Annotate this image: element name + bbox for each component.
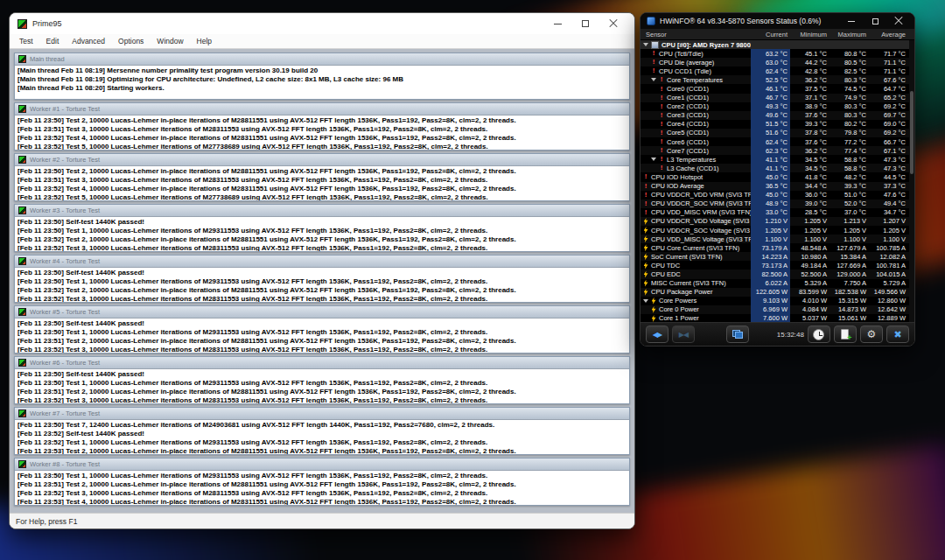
collapse-columns-button[interactable]: ▶◀ xyxy=(672,326,695,343)
power-icon xyxy=(643,235,648,242)
sensor-row[interactable]: Core Powers 9.103 W 4.010 W 15.315 W 12.… xyxy=(640,297,914,305)
worker-window-titlebar[interactable]: Worker #1 - Torture Test xyxy=(15,103,629,115)
worker-window-titlebar[interactable]: Worker #4 - Torture Test xyxy=(15,256,629,267)
sensor-row[interactable]: Core5 (CCD1) 51.6 °C 37.8 °C 79.8 °C 69.… xyxy=(640,129,914,137)
menu-item[interactable]: Options xyxy=(118,37,144,46)
worker-log: [Feb 11 23:50] Self-test 1440K passed![F… xyxy=(15,267,629,302)
sensor-row[interactable]: L3 Cache (CCD1) 41.1 °C 34.5 °C 58.8 °C … xyxy=(640,164,914,172)
expand-chevron-icon[interactable] xyxy=(643,43,648,46)
average-value: 12.082 A xyxy=(869,252,908,261)
sensor-row[interactable]: Core0 (CCD1) 46.1 °C 37.5 °C 74.5 °C 64.… xyxy=(640,84,914,93)
worker-window-titlebar[interactable]: Worker #6 - Torture Test xyxy=(15,357,629,368)
sensor-row[interactable]: CPU [#0]: AMD Ryzen 7 9800X3D: Enhanced xyxy=(640,40,914,49)
maximum-value: 58.8 °C xyxy=(830,164,869,172)
sensor-row[interactable]: Core 1 Power 7.600 W 5.037 W 15.061 W 12… xyxy=(640,314,914,322)
sensor-row[interactable]: Core7 (CCD1) 62.3 °C 36.2 °C 77.4 °C 67.… xyxy=(640,146,914,155)
menu-item[interactable]: Window xyxy=(157,37,183,46)
sensor-row[interactable]: CPU EDC 82.500 A 52.500 A 129.000 A 104.… xyxy=(640,270,914,278)
sensor-row[interactable]: MISC Current (SVI3 TFN) 6.022 A 5.329 A … xyxy=(640,279,914,288)
worker-window-title: Main thread xyxy=(30,55,65,63)
column-header[interactable]: Average xyxy=(869,31,908,38)
current-value: 51.5 °C xyxy=(751,120,790,129)
menu-item[interactable]: Advanced xyxy=(72,37,105,46)
sensor-name-cell: CPU VDD_MISC Voltage (SVI3 TFN) xyxy=(640,234,751,243)
temperature-icon xyxy=(651,67,656,74)
sensor-name-cell: CPU EDC xyxy=(640,270,751,278)
minimize-icon[interactable] xyxy=(544,14,570,33)
sensor-row[interactable]: Core2 (CCD1) 49.3 °C 38.9 °C 80.3 °C 69.… xyxy=(640,102,914,111)
sensor-row[interactable]: Core6 (CCD1) 62.4 °C 37.6 °C 77.2 °C 66.… xyxy=(640,137,914,146)
settings-button[interactable]: ⚙ xyxy=(860,326,883,343)
maximum-value: 80.3 °C xyxy=(830,75,869,84)
sensor-name-cell: Core2 (CCD1) xyxy=(640,102,751,111)
sensor-row[interactable]: CPU TDC 73.173 A 49.184 A 127.669 A 100.… xyxy=(640,261,914,270)
sensor-row[interactable]: CPU VDD_MISC Voltage (SVI3 TFN) 1.100 V … xyxy=(640,234,914,243)
sensor-row[interactable]: CPU (Tctl/Tdie) 63.2 °C 45.1 °C 80.8 °C … xyxy=(640,49,914,58)
sensor-row[interactable]: CPU Core Current (SVI3 TFN) 73.179 A 48.… xyxy=(640,243,914,252)
close-icon[interactable] xyxy=(889,14,908,28)
hwinfo-titlebar[interactable]: HWiNFO® 64 v8.34-5870 Sensors Status (0.… xyxy=(640,13,914,29)
sensor-row[interactable]: CPU Die (average) 63.0 °C 44.2 °C 80.5 °… xyxy=(640,58,914,66)
sensor-row[interactable]: CPU VDDCR_SOC Voltage (SVI3 ... 1.205 V … xyxy=(640,226,914,234)
expand-chevron-icon[interactable] xyxy=(651,78,656,81)
sensor-row[interactable]: CPU VDDCR_VDD VRM (SVI3 TFN) 45.0 °C 36.… xyxy=(640,191,914,200)
worker-window-titlebar[interactable]: Worker #8 - Torture Test xyxy=(15,458,629,470)
expand-chevron-icon[interactable] xyxy=(651,158,656,161)
menu-item[interactable]: Test xyxy=(19,37,33,46)
sensor-row[interactable]: L3 Temperatures 41.1 °C 34.5 °C 58.8 °C … xyxy=(640,155,914,164)
worker-window-titlebar[interactable]: Worker #7 - Torture Test xyxy=(15,408,629,419)
close-sensors-button[interactable]: ✖ xyxy=(886,326,909,343)
worker-window-titlebar[interactable]: Worker #2 - Torture Test xyxy=(15,154,629,165)
sensor-row[interactable]: CPU IOD Hotspot 45.0 °C 41.8 °C 48.2 °C … xyxy=(640,172,914,181)
clock-button[interactable] xyxy=(808,326,830,343)
sensor-row[interactable]: SoC Current (SVI3 TFN) 14.223 A 10.980 A… xyxy=(640,252,914,261)
sensor-row[interactable]: Core 0 Power 6.969 W 4.084 W 14.873 W 12… xyxy=(640,305,914,314)
sensor-row[interactable]: CPU Package Power 122.605 W 83.599 W 182… xyxy=(640,288,914,297)
sensor-row[interactable]: CPU VDDCR_SOC VRM (SVI3 TFN) 48.9 °C 39.… xyxy=(640,200,914,208)
layout-windows-button[interactable] xyxy=(726,326,749,343)
maximum-value: 7.750 A xyxy=(830,279,869,288)
sensor-row[interactable]: Core3 (CCD1) 49.6 °C 37.6 °C 80.3 °C 69.… xyxy=(640,111,914,120)
sensor-row[interactable]: Core1 (CCD1) 46.7 °C 37.1 °C 74.9 °C 65.… xyxy=(640,94,914,102)
maximize-icon[interactable] xyxy=(865,14,885,28)
sensor-row[interactable]: CPU VDD_MISC VRM (SVI3 TFN) 33.0 °C 28.5… xyxy=(640,208,914,217)
scrollbar-track[interactable] xyxy=(909,40,914,322)
sensor-row[interactable]: CPU IOD Average 36.5 °C 34.4 °C 39.3 °C … xyxy=(640,182,914,191)
worker-window-titlebar[interactable]: Worker #5 - Torture Test xyxy=(15,306,629,318)
minimum-value: 4.010 W xyxy=(790,297,830,305)
blue-x-icon: ✖ xyxy=(893,329,901,340)
maximize-icon[interactable] xyxy=(572,14,598,33)
minimize-icon[interactable] xyxy=(842,14,861,28)
worker-log: [Feb 11 23:50] Test 2, 10000 Lucas-Lehme… xyxy=(15,165,629,200)
close-icon[interactable] xyxy=(600,14,626,33)
sensor-row[interactable]: CPU CCD1 (Tdie) 62.4 °C 42.8 °C 82.5 °C … xyxy=(640,66,914,75)
column-header[interactable]: Sensor xyxy=(640,31,751,38)
status-text: For Help, press F1 xyxy=(16,517,77,526)
sensor-row[interactable]: Core4 (CCD1) 51.5 °C 39.3 °C 80.2 °C 69.… xyxy=(640,120,914,129)
report-button[interactable]: + xyxy=(834,326,857,343)
expand-chevron-icon[interactable] xyxy=(643,299,648,303)
expand-columns-button[interactable]: ◀▶ xyxy=(646,326,668,343)
column-header[interactable]: Maximum xyxy=(830,31,869,38)
current-value: 46.1 °C xyxy=(751,84,790,93)
sensor-row[interactable]: Core Temperatures 52.5 °C 36.2 °C 80.3 °… xyxy=(640,75,914,84)
prime95-titlebar[interactable]: Prime95 xyxy=(10,13,634,34)
sensor-row[interactable]: CPU VDDCR_VDD Voltage (SVI3 ... 1.210 V … xyxy=(640,217,914,226)
column-header[interactable]: Current xyxy=(751,31,790,38)
worker-window-titlebar[interactable]: Main thread xyxy=(15,53,629,65)
column-header[interactable]: Minimum xyxy=(790,31,830,38)
power-icon xyxy=(643,289,648,296)
scrollbar-thumb[interactable] xyxy=(910,91,914,174)
sensor-name-cell: Core7 (CCD1) xyxy=(640,146,751,155)
menu-item[interactable]: Edit xyxy=(46,37,60,46)
worker-window-titlebar[interactable]: Worker #3 - Torture Test xyxy=(15,205,629,216)
sensor-name-cell: Core4 (CCD1) xyxy=(640,120,751,129)
temperature-icon xyxy=(659,76,664,83)
minimum-value: 39.0 °C xyxy=(790,200,830,208)
temperature-icon xyxy=(643,200,648,207)
log-line: [Feb 11 23:51] Test 2, 10000 Lucas-Lehme… xyxy=(18,337,626,346)
menu-item[interactable]: Help xyxy=(197,37,212,46)
maximum-value: 1.213 V xyxy=(830,217,869,226)
average-value: 100.781 A xyxy=(869,261,908,270)
prime95-statusbar: For Help, press F1 xyxy=(10,513,634,528)
